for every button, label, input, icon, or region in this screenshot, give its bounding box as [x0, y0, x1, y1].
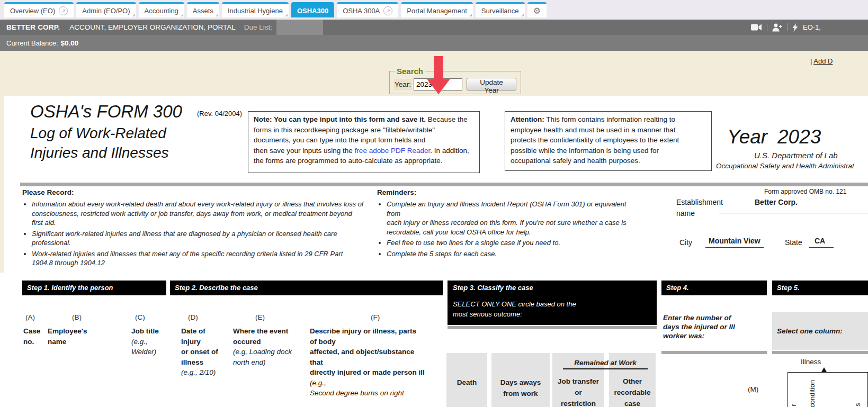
list-item: Complete an Injury and Illness Incident …	[387, 200, 641, 237]
tab-accounting[interactable]: Accounting	[139, 2, 184, 17]
dropdown-corner-icon	[469, 14, 472, 16]
user-id-label[interactable]: EO-1,	[803, 23, 821, 31]
balance-bar: Current Balance: $0.00	[0, 35, 868, 51]
column-title-employee-name: Employee's name	[48, 326, 87, 347]
classify-death: Death	[446, 377, 487, 388]
year-word: Year	[727, 126, 767, 148]
tab-label: Admin (EO/PO)	[82, 7, 130, 15]
company-name: BETTER CORP.	[6, 23, 60, 31]
dropdown-corner-icon	[216, 14, 218, 16]
tab-settings[interactable]: ⚙	[527, 2, 547, 17]
add-link-container: | Add D	[810, 57, 833, 65]
pdf-reader-link[interactable]: free adobe PDF Reader	[355, 147, 431, 155]
column-title-where-event-occured: Where the event occured (e.g, Loading do…	[233, 326, 292, 367]
state-label: State	[785, 238, 802, 247]
tab-portal-management[interactable]: Portal Management	[401, 2, 472, 17]
step5-select-box: Select one column:	[772, 312, 868, 350]
column-letter-e: (E)	[255, 313, 265, 321]
balance-value: $0.00	[61, 39, 79, 47]
column-example: (e.g, Loading dock north end)	[233, 348, 292, 366]
attention-heading: Attention:	[511, 115, 544, 123]
add-user-icon[interactable]	[772, 23, 782, 32]
form-title: OSHA's FORM 300	[30, 102, 182, 122]
please-record-heading: Please Record:	[22, 188, 74, 196]
search-legend: Search	[395, 67, 425, 76]
external-link-icon[interactable]: ↗	[383, 6, 392, 15]
add-link[interactable]: Add D	[813, 57, 833, 65]
account-header-bar: BETTER CORP. ACCOUNT, EMPLOYER ORGANIZAT…	[0, 20, 868, 35]
column-example: (e.g., Second degree burns on right	[310, 379, 404, 397]
please-record-list: Information about every work-related dea…	[32, 200, 373, 269]
m-column-label: (M)	[748, 385, 758, 393]
rotated-column-label: condition	[808, 380, 816, 407]
divider	[448, 326, 657, 329]
tab-osha300-active[interactable]: OSHA300	[291, 2, 334, 17]
year-value-display: 2023	[777, 126, 821, 148]
form-subtitle: Log of Work-Related Injuries and Illness…	[30, 123, 168, 162]
lightning-bolt-icon[interactable]	[792, 23, 798, 32]
agency-line: Occupational Safety and Health Administr…	[716, 162, 854, 170]
column-letter-d: (D)	[188, 313, 198, 321]
state-value: CA	[815, 237, 825, 245]
main-tab-bar: Overview (EO) ↗ Admin (EO/PO) Accounting…	[0, 0, 868, 20]
dropdown-corner-icon	[285, 14, 288, 16]
column-title-date-of-injury: Date of injury or onset of illness (e.g.…	[181, 326, 218, 378]
step2-header: Step 2. Describe the case	[170, 281, 443, 295]
establishment-name-value: Better Corp.	[755, 198, 798, 206]
column-letter-a: (A)	[25, 313, 35, 321]
column-example: (e.g., 2/10)	[181, 368, 216, 376]
omb-approval-line: Form approved OMB no. 121	[764, 188, 846, 195]
classify-other-recordable: Other recordable case	[609, 376, 656, 407]
tab-admin-eo-po[interactable]: Admin (EO/PO)	[76, 2, 136, 17]
tab-industrial-hygiene[interactable]: Industrial Hygiene	[222, 2, 289, 17]
external-link-icon[interactable]: ↗	[59, 6, 68, 15]
dropdown-corner-icon	[521, 14, 524, 16]
form-revision: (Rev. 04/2004)	[197, 110, 242, 117]
column-example: (e.g., Welder)	[131, 338, 156, 356]
tab-osha-300a[interactable]: OSHA 300A ↗	[337, 2, 398, 17]
underline	[705, 247, 764, 248]
tab-label: Industrial Hygiene	[228, 7, 283, 15]
city-value: Mountain View	[709, 237, 760, 245]
note-heading: Note: You can type input into this form …	[254, 115, 426, 123]
underline	[719, 213, 868, 213]
tab-label: Assets	[193, 7, 213, 15]
column-title-job-title: Job title (e.g., Welder)	[131, 326, 159, 357]
due-list-label: Due List:	[244, 23, 272, 31]
divider	[787, 23, 788, 31]
department-line: U.S. Department of Lab	[754, 151, 838, 160]
tab-overview-eo[interactable]: Overview (EO) ↗	[4, 2, 74, 17]
illness-label: Illness	[801, 358, 821, 366]
tab-surveillance[interactable]: Surveillance	[476, 2, 525, 17]
list-item: Work-related injuries and illnesses that…	[32, 249, 373, 268]
divider	[661, 351, 767, 354]
section-divider	[20, 183, 868, 186]
dropdown-corner-icon	[132, 14, 135, 16]
tab-label: OSHA 300A	[343, 7, 380, 15]
step1-header: Step 1. Identify the person	[22, 281, 166, 295]
tab-label: Surveillance	[481, 7, 519, 15]
step4-header: Step 4.	[661, 281, 767, 295]
city-label: City	[679, 238, 692, 247]
step3-instruction: SELECT ONLY ONE circle based on the most…	[453, 299, 657, 319]
search-panel: Search Year: Update Year	[389, 67, 521, 94]
tab-assets[interactable]: Assets	[187, 2, 219, 17]
update-year-button[interactable]: Update Year	[467, 78, 516, 91]
video-camera-icon[interactable]	[751, 23, 762, 31]
illness-type-box	[788, 372, 868, 407]
balance-label: Current Balance:	[6, 39, 58, 47]
due-list-dropdown[interactable]	[276, 20, 323, 35]
list-item: Complete the 5 steps for each case.	[387, 249, 641, 259]
tab-label: Accounting	[145, 7, 178, 15]
account-context: ACCOUNT, EMPLOYER ORGANIZATION, PORTAL	[69, 23, 236, 31]
rotated-column-label: r	[790, 404, 798, 406]
divider	[767, 23, 767, 31]
column-letter-c: (C)	[135, 313, 145, 321]
list-item: Significant work-related injuries and il…	[32, 229, 373, 248]
remained-at-work-header: Remained at Work	[563, 359, 648, 369]
column-title-describe-injury: Describe injury or illness, parts of bod…	[310, 326, 425, 399]
column-title-case-no: Case no.	[23, 326, 40, 347]
header-action-icons: EO-1,	[751, 20, 821, 35]
tab-label: Portal Management	[407, 7, 467, 15]
attention-box: Attention: This form contains informatio…	[505, 111, 712, 171]
